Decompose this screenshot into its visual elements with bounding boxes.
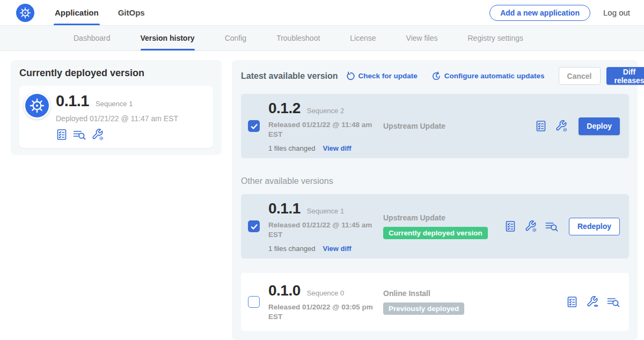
logout-link[interactable]: Log out [603, 8, 630, 17]
released-timestamp: Released 01/21/22 @ 11:48 am EST [268, 120, 376, 139]
version-row-0-1-2: 0.1.2 Sequence 2 Released 01/21/22 @ 11:… [241, 94, 629, 158]
version-source-label: Upstream Update [383, 122, 535, 130]
preflight-checks-icon[interactable] [504, 220, 516, 232]
check-for-update-link[interactable]: Check for update [346, 71, 418, 81]
application-icon [24, 92, 50, 119]
currently-deployed-badge: Currently deployed version [383, 227, 488, 239]
files-changed-label: 1 files changed [268, 144, 315, 152]
redeploy-button[interactable]: Redeploy [569, 218, 620, 235]
preflight-checks-icon[interactable] [566, 296, 578, 308]
app-subnav: Dashboard Version history Config Trouble… [0, 26, 644, 51]
add-new-application-button[interactable]: Add a new application [489, 5, 590, 21]
topnav-tabs: Application GitOps [54, 0, 163, 25]
version-row-0-1-1: 0.1.1 Sequence 1 Released 01/21/22 @ 11:… [241, 194, 629, 258]
version-source-label: Upstream Update [383, 213, 504, 222]
sequence-label: Sequence 2 [307, 107, 344, 115]
version-checkbox-checked[interactable] [248, 220, 260, 232]
checkmark-icon [249, 221, 259, 231]
deployed-timestamp: Deployed 01/21/22 @ 11:47 am EST [56, 114, 206, 123]
subnav-tab-dashboard[interactable]: Dashboard [74, 26, 111, 50]
currently-deployed-title: Currently deployed version [19, 68, 213, 79]
subnav-tab-registry-settings[interactable]: Registry settings [467, 26, 523, 50]
deployed-version-number: 0.1.1 [56, 92, 89, 110]
edit-config-icon[interactable] [524, 220, 537, 233]
version-history-panel: Latest available version Check for updat… [232, 60, 638, 340]
refresh-icon [346, 71, 355, 81]
subnav-tab-troubleshoot[interactable]: Troubleshoot [276, 26, 320, 50]
edit-config-icon[interactable] [91, 128, 104, 141]
view-config-icon[interactable] [586, 295, 599, 308]
subnav-tab-version-history[interactable]: Version history [141, 26, 195, 50]
top-navigation: Application GitOps Add a new application… [0, 0, 644, 26]
view-logs-icon[interactable] [545, 220, 558, 232]
preflight-checks-icon[interactable] [535, 120, 547, 132]
tab-application[interactable]: Application [54, 0, 100, 25]
currently-deployed-card: Currently deployed version 0.1.1 Sequenc… [11, 60, 222, 155]
files-changed-label: 1 files changed [268, 245, 315, 253]
view-logs-icon[interactable] [73, 129, 86, 141]
other-available-versions-title: Other available versions [241, 176, 629, 186]
version-checkbox-unchecked[interactable] [248, 296, 260, 308]
latest-version-title: Latest available version [241, 71, 338, 81]
subnav-tab-view-files[interactable]: View files [406, 26, 438, 50]
deployed-version-panel: 0.1.1 Sequence 1 Deployed 01/21/22 @ 11:… [19, 86, 213, 148]
preflight-checks-icon[interactable] [56, 129, 68, 141]
released-timestamp: Released 01/21/22 @ 11:45 am EST [268, 220, 376, 239]
subnav-tab-license[interactable]: License [350, 26, 376, 50]
subnav-tab-config[interactable]: Config [225, 26, 246, 50]
latest-version-header: Latest available version Check for updat… [241, 67, 629, 85]
version-checkbox-checked[interactable] [248, 120, 260, 132]
edit-config-icon[interactable] [555, 120, 568, 132]
deploy-button[interactable]: Deploy [579, 117, 620, 135]
kubernetes-logo-icon [16, 4, 34, 22]
released-timestamp: Released 01/20/22 @ 03:05 pm EST [268, 302, 376, 321]
version-row-0-1-0: 0.1.0 Sequence 0 Released 01/20/22 @ 03:… [241, 273, 629, 331]
sequence-label: Sequence 1 [307, 207, 344, 215]
tab-gitops[interactable]: GitOps [117, 0, 146, 25]
version-number: 0.1.0 [268, 282, 301, 299]
previously-deployed-badge: Previously deployed [383, 302, 464, 315]
app-logo [16, 0, 34, 25]
diff-releases-button[interactable]: Diff releases [606, 67, 644, 85]
schedule-icon [431, 71, 441, 81]
configure-automatic-updates-link[interactable]: Configure automatic updates [431, 71, 545, 81]
view-diff-link[interactable]: View diff [323, 245, 351, 253]
version-number: 0.1.1 [268, 200, 301, 217]
sequence-label: Sequence 0 [307, 289, 344, 297]
deployed-sequence-label: Sequence 1 [96, 100, 133, 108]
cancel-button[interactable]: Cancel [559, 67, 601, 85]
version-source-label: Online Install [383, 289, 566, 298]
view-diff-link[interactable]: View diff [323, 144, 351, 152]
version-number: 0.1.2 [268, 100, 301, 117]
view-logs-icon[interactable] [607, 296, 620, 308]
checkmark-icon [249, 121, 259, 131]
